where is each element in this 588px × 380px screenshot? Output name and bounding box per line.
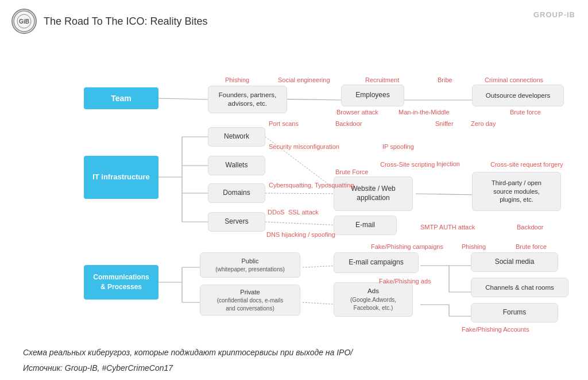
threat-fake-phishing-campaigns: Fake/Phishing campaigns	[371, 243, 443, 250]
threat-sniffer: Sniffer	[435, 120, 454, 127]
footer: Схема реальных киберугроз, которые поджи…	[11, 347, 577, 373]
node-email: E-mail	[334, 216, 397, 235]
threat-smtp-auth: SMTP AUTH attack	[420, 224, 475, 231]
threat-mitm: Man-in-the-Middle	[399, 109, 450, 116]
logo: GiB	[11, 9, 37, 34]
node-channels: Channels & chat rooms	[471, 278, 568, 297]
threat-ip-spoofing: IP spoofing	[382, 143, 414, 150]
svg-line-15	[265, 222, 341, 225]
footer-text-2: Источник: Group-IB, #CyberCrimeCon17	[23, 363, 577, 373]
cat-comm: Communications& Processes	[84, 265, 158, 300]
footer-text-1: Схема реальных киберугроз, которые поджи…	[23, 347, 577, 359]
node-private: Private(confidential docs, e-mailsand co…	[200, 285, 300, 316]
threat-ssl-attack: SSL attack	[288, 209, 319, 216]
node-founders: Founders, partners,advisors, etc.	[208, 86, 287, 113]
node-wallets: Wallets	[208, 156, 265, 175]
threat-criminal: Criminal connections	[485, 76, 543, 83]
node-thirdparty: Third-party / opensource modules,plugins…	[472, 172, 561, 211]
node-public: Public(whitepaper, presentations)	[200, 252, 300, 278]
threat-brute-force-mid: Brute Force	[335, 168, 368, 175]
threat-bribe: Bribe	[438, 76, 452, 83]
node-outsource: Outsource developers	[472, 85, 564, 106]
node-domains: Domains	[208, 183, 265, 203]
node-servers: Servers	[208, 212, 265, 232]
threat-dns-hijacking: DNS hijacking / spoofing	[266, 231, 335, 239]
threat-backdoor-top: Backdoor	[335, 120, 362, 127]
threat-fake-phishing-accounts: Fake/Phishing Accounts	[462, 326, 529, 333]
node-social-media: Social media	[471, 252, 558, 272]
threat-brute-force-btm: Brute force	[516, 243, 547, 250]
watermark: GROUP-IB	[533, 10, 575, 19]
threat-ddos: DDoS	[268, 209, 284, 216]
node-ads: Ads(Google.Adwords,Facebook, etc.)	[334, 282, 413, 317]
threat-phishing: Phishing	[225, 76, 249, 83]
threat-social-engineering: Social engineering	[278, 76, 330, 83]
threat-port-scans: Port scans	[269, 120, 299, 127]
cat-team: Team	[84, 87, 158, 109]
threat-injection: Injection	[436, 160, 460, 167]
page-title: The Road To The ICO: Reality Bites	[44, 16, 207, 28]
cat-it-infra: IT infrastructure	[84, 156, 158, 199]
threat-fake-phishing-ads: Fake/Phishing ads	[379, 278, 431, 285]
threat-backdoor-btm: Backdoor	[517, 224, 543, 231]
threat-zero-day: Zero day	[471, 120, 496, 127]
threat-recruitment: Recruitment	[365, 76, 399, 83]
threat-browser-attack: Browser attack	[336, 109, 378, 116]
node-forums: Forums	[471, 303, 558, 323]
threat-csrf: Cross-site request forgery	[490, 160, 563, 168]
threat-security-misconfig: Security misconfiguration	[269, 143, 339, 150]
threat-phishing-btm: Phishing	[462, 243, 486, 250]
svg-line-16	[416, 194, 478, 195]
diagram: Team IT infrastructure Communications& P…	[13, 41, 575, 340]
node-employees: Employees	[341, 85, 404, 106]
node-email-campaigns: E-mail campaigns	[334, 252, 419, 273]
node-network: Network	[208, 127, 265, 147]
svg-line-3	[158, 98, 208, 99]
threat-brute-force-top: Brute force	[510, 109, 541, 116]
threat-xss: Cross-Site scripting	[380, 160, 435, 168]
svg-text:GiB: GiB	[19, 18, 29, 25]
svg-line-14	[265, 193, 341, 194]
threat-cybersquatting: Cybersquatting, Typosquatting	[269, 181, 354, 189]
header: GiB The Road To The ICO: Reality Bites	[11, 9, 577, 34]
page: GiB The Road To The ICO: Reality Bites G…	[0, 0, 588, 380]
